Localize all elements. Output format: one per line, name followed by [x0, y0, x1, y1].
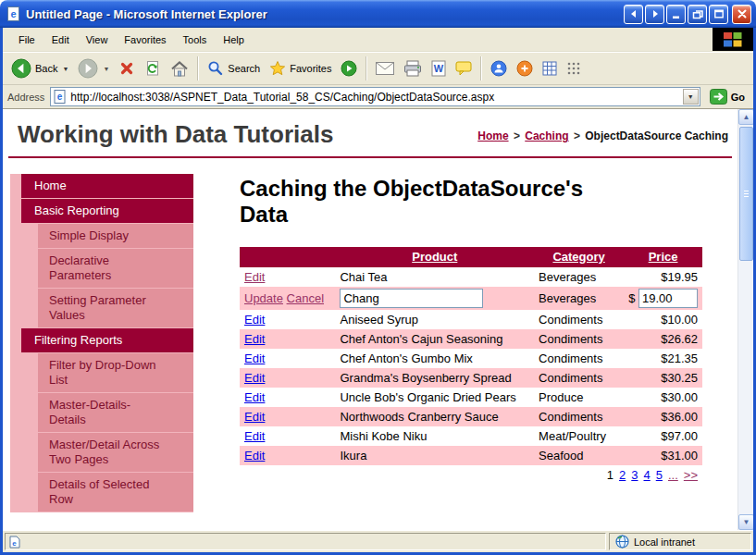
media-button[interactable]: [337, 57, 361, 80]
back-dropdown-caret[interactable]: ▼: [62, 66, 68, 72]
window-nav-back-button[interactable]: [624, 5, 643, 24]
edit-link[interactable]: Edit: [244, 449, 265, 462]
page-body: HomeBasic ReportingSimple DisplayDeclara…: [3, 174, 737, 512]
scrollbar-thumb[interactable]: [739, 127, 753, 261]
svg-text:W: W: [434, 63, 444, 74]
page-title: Caching the ObjectDataSource's Data: [240, 176, 628, 228]
sidebar-item-filter-by-drop-down-list[interactable]: Filter by Drop-Down List: [38, 353, 193, 392]
svg-text:e: e: [10, 8, 16, 19]
maximize-button[interactable]: [709, 5, 728, 24]
price-cell: $97.00: [624, 426, 702, 446]
minimize-button[interactable]: [666, 5, 686, 24]
address-dropdown-button[interactable]: ▼: [683, 89, 699, 105]
minimize-icon: [671, 8, 682, 19]
go-button[interactable]: Go: [706, 88, 749, 105]
research-button[interactable]: [513, 57, 537, 80]
status-page-icon: e: [9, 536, 20, 549]
grid-pager-row: 12345...>>: [240, 465, 702, 485]
stop-button[interactable]: [115, 57, 139, 80]
scroll-down-button[interactable]: ▼: [738, 514, 753, 530]
pager-next[interactable]: >>: [684, 468, 698, 482]
cancel-link[interactable]: Cancel: [287, 291, 324, 305]
search-button[interactable]: Search: [204, 57, 264, 80]
sort-link-price[interactable]: Price: [649, 250, 678, 264]
action-cell: Edit: [240, 310, 335, 329]
titlebar[interactable]: e Untitled Page - Microsoft Internet Exp…: [0, 0, 756, 28]
pager-ellipsis[interactable]: ...: [668, 468, 678, 482]
scroll-up-button[interactable]: ▲: [738, 109, 753, 125]
home-button[interactable]: [167, 57, 192, 80]
edit-button[interactable]: W: [428, 57, 450, 80]
price-cell: $: [624, 287, 702, 310]
address-combobox[interactable]: e ▼: [50, 87, 700, 106]
action-cell: Edit: [240, 388, 335, 407]
pager-5[interactable]: 5: [656, 468, 663, 482]
pager-2[interactable]: 2: [619, 468, 626, 482]
edit-link[interactable]: Edit: [244, 390, 265, 404]
main-content: Caching the ObjectDataSource's Data Prod…: [240, 174, 704, 485]
restore-button[interactable]: [688, 5, 707, 24]
sidebar-item-filtering-reports[interactable]: Filtering Reports: [21, 328, 193, 352]
sidebar-item-home[interactable]: Home: [21, 174, 193, 198]
menu-help[interactable]: Help: [215, 28, 253, 52]
forward-dropdown-caret[interactable]: ▼: [103, 66, 109, 72]
sort-link-product[interactable]: Product: [412, 250, 457, 264]
edit-link[interactable]: Edit: [244, 371, 265, 385]
sidebar-item-setting-parameter-values[interactable]: Setting Parameter Values: [38, 289, 193, 327]
stop-icon: [118, 60, 135, 77]
window-controls: [624, 5, 751, 24]
menu-view[interactable]: View: [78, 28, 117, 52]
edit-link[interactable]: Edit: [244, 352, 265, 365]
back-button[interactable]: Back ▼: [7, 56, 72, 81]
grid-row-6: EditGrandma's Boysenberry SpreadCondimen…: [240, 368, 702, 388]
breadcrumb-separator: >: [571, 130, 584, 142]
window-nav-forward-button[interactable]: [645, 5, 664, 24]
breadcrumb-caching[interactable]: Caching: [525, 130, 568, 142]
forward-button[interactable]: ▼: [74, 56, 113, 81]
vertical-scrollbar[interactable]: ▲ ▼: [737, 109, 753, 530]
edit-link[interactable]: Edit: [244, 270, 265, 284]
address-input[interactable]: [70, 90, 678, 105]
mail-button[interactable]: [372, 59, 398, 78]
messenger-button[interactable]: [487, 57, 511, 80]
sidebar-item-simple-display[interactable]: Simple Display: [38, 224, 193, 248]
edit-link[interactable]: Edit: [244, 313, 265, 327]
product-cell: Aniseed Syrup: [335, 310, 534, 329]
favorites-star-icon: [269, 60, 286, 77]
product-cell: Mishi Kobe Niku: [335, 426, 534, 446]
close-button[interactable]: [732, 5, 751, 24]
pager-4[interactable]: 4: [644, 468, 651, 482]
sidebar-item-basic-reporting[interactable]: Basic Reporting: [21, 199, 193, 223]
edit-link[interactable]: Edit: [244, 332, 265, 346]
sidebar-item-details-of-selected-row[interactable]: Details of Selected Row: [38, 473, 193, 512]
edit-link[interactable]: Edit: [244, 410, 265, 424]
address-label: Address: [7, 92, 44, 103]
grid-row-7: EditUncle Bob's Organic Dried PearsProdu…: [240, 388, 702, 407]
update-link[interactable]: Update: [244, 291, 283, 305]
sidebar-item-master-detail-across-two-pages[interactable]: Master/Detail Across Two Pages: [38, 433, 193, 472]
product-name-input[interactable]: [340, 289, 483, 308]
sidebar-item-master-details-details[interactable]: Master-Details-Details: [38, 393, 193, 432]
discuss-button[interactable]: [452, 58, 476, 79]
print-button[interactable]: [400, 57, 426, 80]
sidebar-item-declarative-parameters[interactable]: Declarative Parameters: [38, 249, 193, 288]
pager-3[interactable]: 3: [631, 468, 638, 482]
menu-tools[interactable]: Tools: [175, 28, 216, 52]
refresh-button[interactable]: [141, 57, 165, 80]
menu-favorites[interactable]: Favorites: [116, 28, 174, 52]
edit-link[interactable]: Edit: [244, 429, 265, 443]
table-grid-button[interactable]: [539, 58, 561, 79]
grid-header-category: Category: [534, 247, 624, 267]
menu-edit[interactable]: Edit: [43, 28, 78, 52]
category-cell: Seafood: [534, 446, 624, 465]
sort-link-category[interactable]: Category: [552, 250, 604, 264]
product-cell: Uncle Bob's Organic Dried Pears: [335, 388, 534, 407]
quick-launch-button[interactable]: [563, 58, 585, 79]
menu-file[interactable]: File: [10, 28, 43, 52]
status-main-panel: e: [5, 533, 606, 550]
price-input[interactable]: [638, 289, 698, 308]
header-divider: [8, 156, 732, 158]
search-icon: [207, 60, 224, 77]
favorites-button[interactable]: Favorites: [266, 57, 335, 80]
breadcrumb-home[interactable]: Home: [477, 130, 508, 142]
